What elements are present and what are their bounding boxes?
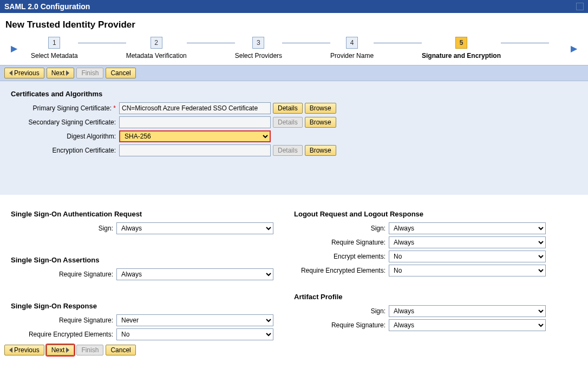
primary-browse-button[interactable]: Browse: [305, 103, 336, 114]
primary-cert-input[interactable]: [119, 102, 271, 114]
sso-resp-reqsig-label: Require Signature:: [11, 317, 116, 324]
sso-assert-reqsig-select[interactable]: Always: [116, 268, 273, 280]
step-connector: [374, 43, 422, 43]
artifact-reqsig-select[interactable]: Always: [389, 319, 546, 331]
right-column: Logout Request and Logout Response Sign:…: [294, 200, 577, 342]
step-connector: [78, 43, 126, 43]
finish-label: Finish: [81, 346, 99, 354]
cancel-label: Cancel: [110, 346, 130, 354]
window-icon[interactable]: [576, 3, 584, 10]
step-1: 1 Select Metadata: [31, 37, 78, 60]
left-column: Single Sign-On Authentication Request Si…: [11, 200, 294, 342]
window-title: SAML 2.0 Configuration: [4, 2, 90, 11]
triangle-right-icon: [66, 70, 69, 76]
next-button-bottom[interactable]: Next: [47, 345, 75, 355]
logout-sign-label: Sign:: [294, 225, 389, 232]
step-4: 4 Provider Name: [330, 37, 374, 60]
logout-reqsig-label: Require Signature:: [294, 239, 389, 246]
step-label-2: Metadata Verification: [126, 52, 187, 60]
step-5: 5 Signature and Encryption: [422, 37, 501, 60]
toolbar-bottom: Previous Next Finish Cancel: [0, 342, 588, 358]
secondary-details-button: Details: [273, 117, 303, 128]
step-label-1: Select Metadata: [31, 52, 78, 60]
secondary-browse-button[interactable]: Browse: [305, 117, 336, 128]
next-button[interactable]: Next: [47, 68, 75, 78]
sso-auth-sign-select[interactable]: Always: [116, 222, 273, 234]
logout-reqenc-select[interactable]: No: [389, 265, 546, 276]
wizard-arrow-right-icon: ▶: [571, 43, 577, 54]
secondary-cert-input[interactable]: [119, 116, 271, 128]
step-box-1: 1: [48, 37, 60, 49]
secondary-cert-label: Secondary Signing Certificate:: [11, 118, 119, 126]
toolbar-top: Previous Next Finish Cancel: [0, 65, 588, 81]
finish-button-bottom: Finish: [76, 345, 103, 355]
sso-assert-title: Single Sign-On Assertions: [11, 256, 294, 264]
primary-cert-label: Primary Signing Certificate: *: [11, 104, 119, 112]
next-label: Next: [51, 69, 65, 77]
step-3: 3 Select Providers: [235, 37, 282, 60]
encryption-cert-input[interactable]: [119, 144, 271, 156]
cert-section-title: Certificates and Algorithms: [11, 90, 577, 98]
cancel-button-bottom[interactable]: Cancel: [106, 345, 135, 355]
logout-reqsig-select[interactable]: Always: [389, 236, 546, 248]
step-box-4: 4: [346, 37, 358, 49]
digest-select[interactable]: SHA-256: [119, 130, 271, 142]
finish-button: Finish: [76, 68, 103, 78]
step-label-5: Signature and Encryption: [422, 52, 501, 60]
previous-label: Previous: [14, 69, 40, 77]
step-box-5: 5: [455, 37, 467, 49]
step-connector: [282, 43, 330, 43]
logout-sign-select[interactable]: Always: [389, 222, 546, 234]
cancel-button[interactable]: Cancel: [106, 68, 135, 78]
step-connector: [501, 43, 549, 43]
artifact-title: Artifact Profile: [294, 293, 577, 301]
triangle-right-icon: [66, 347, 69, 353]
logout-reqenc-label: Require Encrypted Elements:: [294, 267, 389, 274]
triangle-left-icon: [9, 347, 12, 353]
artifact-sign-select[interactable]: Always: [389, 305, 546, 317]
previous-button-bottom[interactable]: Previous: [4, 345, 44, 355]
window-header: SAML 2.0 Configuration: [0, 0, 588, 13]
page-title: New Trusted Identity Provider: [0, 13, 588, 37]
previous-button[interactable]: Previous: [4, 68, 44, 78]
encryption-details-button: Details: [273, 145, 303, 156]
sso-auth-title: Single Sign-On Authentication Request: [11, 210, 294, 218]
next-label: Next: [51, 346, 65, 354]
cancel-label: Cancel: [110, 69, 130, 77]
sso-resp-title: Single Sign-On Response: [11, 302, 294, 310]
previous-label: Previous: [14, 346, 40, 354]
artifact-reqsig-label: Require Signature:: [294, 321, 389, 329]
encryption-browse-button[interactable]: Browse: [305, 145, 336, 156]
primary-details-button[interactable]: Details: [273, 103, 303, 114]
step-box-3: 3: [252, 37, 264, 49]
encryption-cert-label: Encryption Certificate:: [11, 147, 119, 154]
sso-resp-reqenc-label: Require Encrypted Elements:: [11, 331, 116, 338]
digest-label: Digest Algorithm:: [11, 133, 119, 140]
step-label-4: Provider Name: [330, 52, 374, 60]
wizard-steps: ▶ 1 Select Metadata 2 Metadata Verificat…: [0, 37, 588, 65]
sso-assert-reqsig-label: Require Signature:: [11, 271, 116, 278]
logout-enc-select[interactable]: No: [389, 251, 546, 262]
finish-label: Finish: [81, 69, 99, 77]
step-2: 2 Metadata Verification: [126, 37, 187, 60]
step-box-2: 2: [151, 37, 162, 49]
step-connector: [187, 43, 235, 43]
sso-resp-reqsig-select[interactable]: Never: [116, 314, 273, 326]
artifact-sign-label: Sign:: [294, 307, 389, 315]
wizard-arrow-left-icon: ▶: [11, 43, 17, 54]
triangle-left-icon: [9, 70, 12, 76]
logout-enc-label: Encrypt elements:: [294, 253, 389, 260]
sso-auth-sign-label: Sign:: [11, 225, 116, 232]
sso-resp-reqenc-select[interactable]: No: [116, 328, 273, 340]
settings-columns: Single Sign-On Authentication Request Si…: [0, 195, 588, 342]
step-label-3: Select Providers: [235, 52, 282, 60]
logout-title: Logout Request and Logout Response: [294, 210, 577, 218]
certificates-section: Certificates and Algorithms Primary Sign…: [0, 81, 588, 195]
